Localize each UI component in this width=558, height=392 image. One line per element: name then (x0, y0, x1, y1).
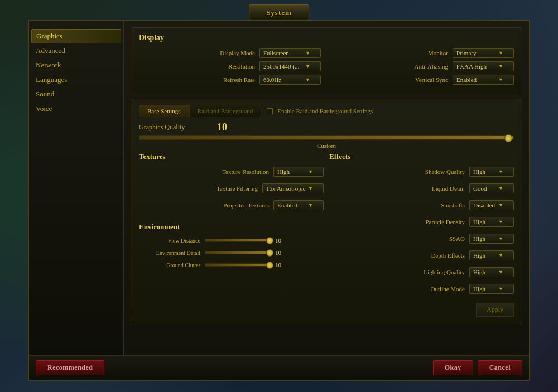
sidebar-item-network[interactable]: Network (29, 58, 123, 72)
particle-row: Particle Density High ▼ (329, 217, 514, 227)
okay-cancel-buttons: Okay Cancel (433, 360, 522, 375)
sunshafts-row: Sunshafts Disabled ▼ (329, 200, 514, 210)
display-mode-row: Display Mode Fullscreen ▼ (139, 48, 321, 58)
ssao-label: SSAO (329, 235, 465, 242)
main-dialog: Graphics Advanced Network Languages Soun… (28, 20, 530, 381)
effects-title: Effects (329, 152, 514, 161)
antialiasing-row: Anti-Aliasing FXAA High ▼ (332, 61, 514, 71)
tab-bar: Base Settings Raid and Battleground Enab… (139, 105, 514, 117)
env-detail-slider[interactable] (205, 251, 272, 254)
resolution-row: Resolution 2560x1440 (... ▼ (139, 61, 321, 71)
view-distance-label: View Distance (139, 238, 200, 244)
env-detail-value: 10 (275, 249, 286, 256)
liquid-row: Liquid Detail Good ▼ (329, 183, 514, 193)
apply-container: Apply (139, 301, 514, 319)
view-distance-row: View Distance 10 (139, 237, 324, 244)
depth-dropdown[interactable]: High ▼ (469, 250, 514, 260)
monitor-dropdown[interactable]: Primary ▼ (453, 48, 514, 58)
dropdown-arrow-refresh: ▼ (305, 77, 310, 83)
sidebar-item-sound[interactable]: Sound (29, 87, 123, 101)
tab-base-settings[interactable]: Base Settings (139, 105, 189, 117)
two-col-settings: Textures Texture Resolution High ▼ Textu… (139, 152, 514, 297)
display-title: Display (139, 33, 514, 42)
view-distance-slider[interactable] (205, 239, 272, 242)
enable-raid-checkbox[interactable] (267, 108, 273, 114)
depth-row: Depth Effects High ▼ (329, 250, 514, 260)
lighting-row: Lighting Quality High ▼ (329, 267, 514, 277)
sidebar-item-languages[interactable]: Languages (29, 72, 123, 87)
liquid-label: Liquid Detail (329, 185, 465, 192)
resolution-dropdown[interactable]: 2560x1440 (... ▼ (259, 61, 321, 71)
dropdown-arrow-mode: ▼ (305, 50, 310, 56)
sidebar-item-advanced[interactable]: Advanced (29, 43, 123, 58)
quality-slider-handle[interactable] (504, 134, 512, 142)
env-detail-label: Environment Detail (139, 250, 200, 256)
ground-clutter-label: Ground Clutter (139, 262, 200, 268)
sunshafts-label: Sunshafts (329, 202, 465, 209)
textures-col: Textures Texture Resolution High ▼ Textu… (139, 152, 324, 297)
resolution-label: Resolution (139, 63, 255, 70)
sidebar-item-graphics[interactable]: Graphics (31, 29, 121, 43)
tab-raid-battleground[interactable]: Raid and Battleground (189, 105, 262, 117)
antialiasing-label: Anti-Aliasing (332, 63, 448, 70)
texture-filtering-dropdown[interactable]: 16x Anisotropic ▼ (262, 183, 324, 193)
ssao-row: SSAO High ▼ (329, 234, 514, 244)
env-detail-handle[interactable] (266, 249, 273, 257)
sidebar-item-voice[interactable]: Voice (29, 101, 123, 116)
monitor-label: Monitor (332, 50, 448, 56)
particle-label: Particle Density (329, 219, 465, 225)
dialog-title: System (266, 8, 292, 17)
projected-textures-row: Projected Textures Enabled ▼ (139, 200, 324, 210)
textures-title: Textures (139, 152, 324, 161)
shadow-label: Shadow Quality (329, 168, 465, 175)
dropdown-arrow-aa: ▼ (498, 64, 503, 69)
shadow-row: Shadow Quality High ▼ (329, 167, 514, 177)
quality-value: 10 (217, 122, 227, 133)
particle-dropdown[interactable]: High ▼ (469, 217, 514, 227)
display-right: Monitor Primary ▼ Anti-Aliasing FXAA Hig… (332, 48, 514, 88)
display-grid: Display Mode Fullscreen ▼ Resolution 256… (139, 48, 514, 88)
projected-textures-dropdown[interactable]: Enabled ▼ (273, 200, 324, 210)
env-detail-row: Environment Detail 10 (139, 249, 324, 256)
texture-resolution-dropdown[interactable]: High ▼ (273, 167, 324, 177)
display-mode-dropdown[interactable]: Fullscreen ▼ (259, 48, 321, 58)
outline-row: Outline Mode High ▼ (329, 284, 514, 294)
refresh-dropdown[interactable]: 60.0Hz ▼ (259, 75, 321, 85)
texture-resolution-row: Texture Resolution High ▼ (139, 167, 324, 177)
apply-button[interactable]: Apply (476, 303, 514, 317)
shadow-dropdown[interactable]: High ▼ (469, 167, 514, 177)
view-distance-handle[interactable] (266, 237, 273, 244)
projected-textures-label: Projected Textures (139, 202, 269, 209)
texture-filtering-row: Texture Filtering 16x Anisotropic ▼ (139, 183, 324, 193)
lighting-label: Lighting Quality (329, 269, 465, 275)
quality-section: Base Settings Raid and Battleground Enab… (131, 99, 522, 325)
quality-row: Graphics Quality 10 (139, 122, 514, 133)
vsync-dropdown[interactable]: Enabled ▼ (453, 75, 514, 85)
monitor-row: Monitor Primary ▼ (332, 48, 514, 58)
sunshafts-dropdown[interactable]: Disabled ▼ (469, 200, 514, 210)
cancel-button[interactable]: Cancel (478, 360, 522, 375)
texture-filtering-label: Texture Filtering (139, 185, 258, 192)
outline-dropdown[interactable]: High ▼ (469, 284, 514, 294)
liquid-dropdown[interactable]: Good ▼ (469, 183, 514, 193)
okay-button[interactable]: Okay (433, 360, 473, 375)
vsync-label: Vertical Sync (332, 76, 448, 83)
dropdown-arrow-res: ▼ (305, 64, 310, 69)
recommended-button[interactable]: Recommended (36, 360, 104, 375)
dialog-inner: Graphics Advanced Network Languages Soun… (29, 21, 529, 355)
depth-label: Depth Effects (329, 252, 465, 259)
antialiasing-dropdown[interactable]: FXAA High ▼ (453, 61, 514, 71)
display-left: Display Mode Fullscreen ▼ Resolution 256… (139, 48, 321, 88)
quality-slider[interactable] (139, 135, 514, 140)
bottom-bar: Recommended Okay Cancel (29, 355, 529, 380)
texture-resolution-label: Texture Resolution (139, 168, 269, 175)
lighting-dropdown[interactable]: High ▼ (469, 267, 514, 277)
ssao-dropdown[interactable]: High ▼ (469, 234, 514, 244)
quality-label: Graphics Quality (139, 123, 211, 132)
custom-label: Custom (139, 142, 514, 149)
environment-title: Environment (139, 222, 324, 231)
view-distance-value: 10 (275, 237, 286, 244)
ground-clutter-slider[interactable] (205, 263, 272, 267)
ground-clutter-handle[interactable] (266, 262, 273, 269)
outline-label: Outline Mode (329, 285, 465, 292)
